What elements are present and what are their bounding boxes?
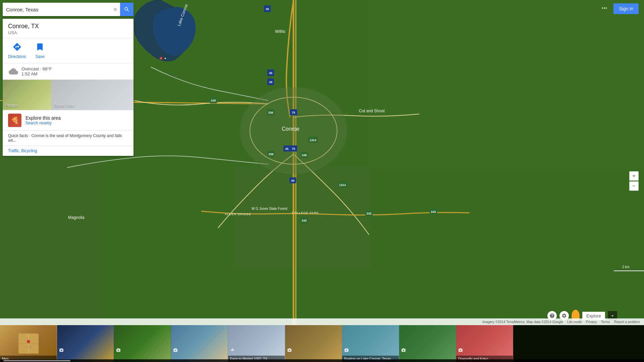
- traffic-bicycling-text: Traffic, Bicycling: [8, 148, 37, 153]
- svg-text:ALDEN BRIDGE: ALDEN BRIDGE: [225, 213, 251, 216]
- strip-photo-7[interactable]: [399, 325, 456, 362]
- directions-label: Directions: [8, 54, 26, 59]
- photos-label: Photos: [5, 103, 18, 108]
- strip-cam-icon-1: [59, 348, 64, 354]
- svg-point-55: [160, 57, 162, 60]
- weather-time: 1:52 AM: [21, 71, 52, 76]
- search-button[interactable]: [120, 3, 133, 16]
- terms-link[interactable]: Terms: [601, 320, 610, 324]
- svg-text:COLLEGE PARK: COLLEGE PARK: [292, 211, 319, 215]
- strip-scrollbar[interactable]: [0, 359, 644, 362]
- place-country: USA: [8, 30, 128, 35]
- street-view-thumbnail[interactable]: Street View: [51, 80, 133, 110]
- svg-text:2 km: 2 km: [622, 265, 630, 269]
- sign-in-button[interactable]: Sign in: [613, 3, 639, 14]
- svg-text:75: 75: [292, 147, 295, 150]
- info-panel: Conroe, TX USA Directions Save: [3, 19, 133, 156]
- weather-icon: [8, 66, 19, 77]
- info-header: Conroe, TX USA: [3, 19, 133, 38]
- svg-text:45: 45: [285, 147, 288, 150]
- explore-text: Explore this area Search nearby: [25, 115, 61, 125]
- bottom-photo-strip: Map Farm to Mar: [0, 325, 644, 362]
- map-controls: + −: [629, 171, 639, 191]
- photos-row: Photos Street View: [3, 80, 133, 110]
- explore-row[interactable]: 🍕 Explore this area Search nearby: [3, 110, 133, 131]
- traffic-row[interactable]: Traffic, Bicycling: [3, 146, 133, 156]
- strip-cam-icon-7: [401, 348, 406, 354]
- svg-rect-3: [0, 134, 101, 328]
- svg-point-62: [27, 340, 30, 343]
- zoom-out-button[interactable]: −: [629, 181, 639, 191]
- place-name: Conroe, TX: [8, 23, 128, 30]
- svg-text:45: 45: [266, 7, 269, 11]
- strip-cam-icon-8: [458, 348, 463, 354]
- strip-photo-2[interactable]: [114, 325, 171, 362]
- directions-icon: [11, 41, 23, 53]
- privacy-link[interactable]: Privacy: [586, 320, 597, 324]
- explore-thumbnail: 🍕: [8, 114, 21, 127]
- photos-thumbnail[interactable]: Photos: [3, 80, 51, 110]
- strip-photo-5[interactable]: [285, 325, 342, 362]
- svg-text:Conroe: Conroe: [282, 126, 300, 132]
- svg-text:Cut and Shoot: Cut and Shoot: [359, 109, 385, 113]
- svg-text:1314: 1314: [339, 183, 346, 187]
- quick-facts-row[interactable]: Quick facts · Conroe is the seat of Mont…: [3, 131, 133, 146]
- quick-facts-label: Quick facts: [8, 133, 28, 138]
- strip-photo-1[interactable]: [57, 325, 114, 362]
- save-label: Save: [36, 54, 45, 59]
- strip-cam-icon-5: [287, 348, 292, 354]
- svg-text:●: ●: [164, 57, 166, 60]
- strip-photo-6[interactable]: Boating on Lake Conroe, Texas: [342, 325, 399, 362]
- info-actions: Directions Save: [3, 38, 133, 63]
- svg-rect-2: [369, 0, 644, 168]
- svg-text:105: 105: [211, 99, 216, 102]
- svg-text:Willis: Willis: [275, 29, 285, 34]
- strip-photo-8[interactable]: Dragonfly and Katyc...: [456, 325, 513, 362]
- explore-title: Explore this area: [25, 115, 61, 121]
- report-problem-link[interactable]: Report a problem: [614, 320, 640, 324]
- svg-text:242: 242: [366, 212, 371, 215]
- imagery-credit: Imagery ©2014 TerraMetrics, Map data ©20…: [482, 320, 563, 324]
- strip-cam-icon-6: [344, 348, 349, 354]
- search-box[interactable]: ✕: [3, 3, 133, 16]
- strip-photo-4[interactable]: Farm to Market 1097, TX: [228, 325, 285, 362]
- search-input[interactable]: [3, 7, 110, 12]
- scrollbar-thumb: [3, 360, 70, 361]
- save-icon: [34, 41, 46, 53]
- svg-text:1314: 1314: [310, 138, 316, 142]
- svg-text:242: 242: [431, 210, 436, 214]
- zoom-in-button[interactable]: +: [629, 171, 639, 181]
- svg-text:45: 45: [269, 80, 272, 84]
- search-nearby-link[interactable]: Search nearby: [25, 121, 61, 125]
- weather-row: Overcast · 68°F 1:52 AM: [3, 63, 133, 80]
- svg-text:336: 336: [268, 111, 273, 114]
- svg-text:Magnolia: Magnolia: [68, 215, 85, 220]
- strip-cam-icon-2: [116, 348, 121, 354]
- svg-text:45: 45: [269, 71, 272, 75]
- save-button[interactable]: Save: [34, 41, 46, 59]
- weather-condition: Overcast · 68°F: [21, 66, 52, 71]
- strip-photo-3[interactable]: [171, 325, 228, 362]
- strip-map-thumb[interactable]: Map: [0, 325, 57, 362]
- directions-button[interactable]: Directions: [8, 41, 26, 59]
- street-view-label: Street View: [54, 103, 74, 108]
- grid-icon[interactable]: [601, 4, 608, 13]
- svg-text:45: 45: [291, 179, 294, 182]
- status-bar: Imagery ©2014 TerraMetrics, Map data ©20…: [0, 318, 644, 325]
- svg-text:W G Jones State Forest: W G Jones State Forest: [252, 207, 287, 210]
- clear-icon[interactable]: ✕: [110, 4, 120, 14]
- svg-text:75: 75: [292, 111, 295, 114]
- svg-text:336: 336: [302, 154, 307, 157]
- svg-text:336: 336: [268, 153, 273, 156]
- lite-mode-link[interactable]: Lite mode: [567, 320, 582, 324]
- svg-point-63: [232, 348, 233, 350]
- svg-text:242: 242: [302, 219, 307, 222]
- strip-streetview-icon-4: [230, 348, 235, 354]
- top-right-controls: Sign in: [601, 3, 639, 14]
- strip-cam-icon-3: [173, 348, 178, 354]
- weather-info: Overcast · 68°F 1:52 AM: [21, 66, 52, 76]
